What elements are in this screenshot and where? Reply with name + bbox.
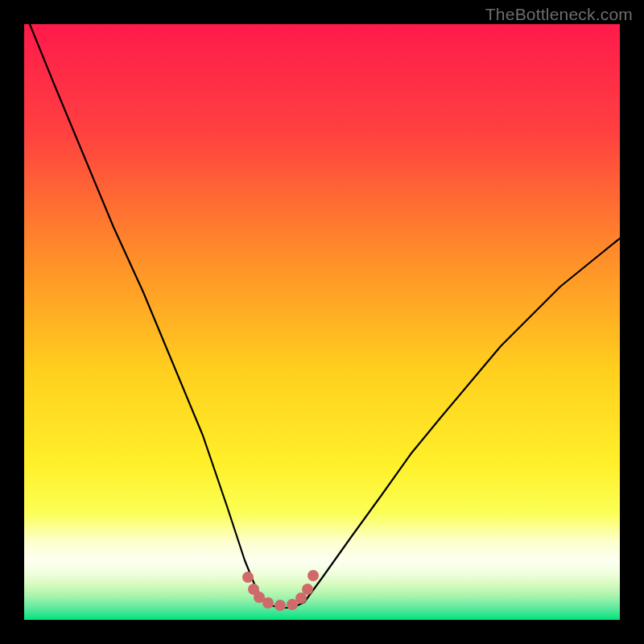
- svg-point-4: [275, 600, 286, 611]
- watermark-text: TheBottleneck.com: [485, 5, 633, 24]
- svg-point-8: [308, 570, 319, 581]
- svg-point-0: [242, 572, 254, 583]
- svg-point-7: [302, 584, 313, 595]
- svg-point-3: [262, 597, 274, 609]
- plot-area: [24, 24, 620, 620]
- chart-frame: TheBottleneck.com: [0, 0, 644, 644]
- chart-svg: [24, 24, 620, 620]
- gradient-background: [24, 24, 620, 620]
